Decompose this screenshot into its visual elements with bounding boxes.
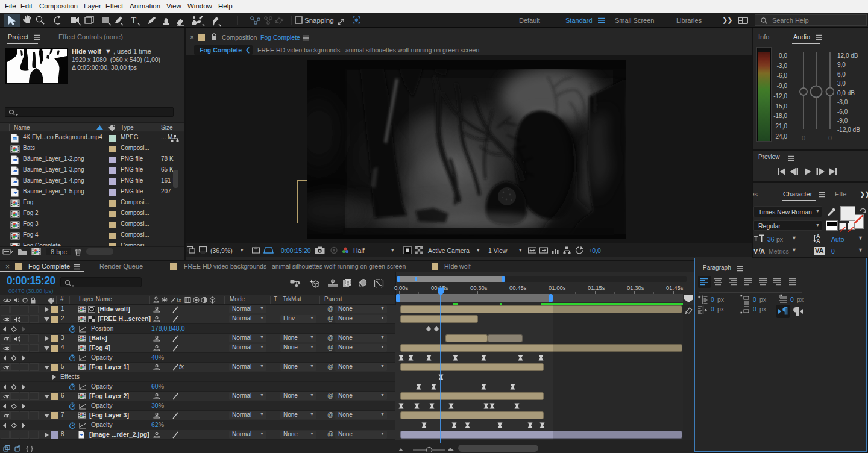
svg-text:fx: fx [177,297,182,304]
svg-text:A: A [816,238,820,243]
svg-text:Snapping: Snapping [304,17,334,24]
svg-text:V: V [753,248,758,255]
svg-text:0: 0 [802,134,805,142]
svg-text:A: A [760,248,765,255]
svg-text:T: T [131,16,136,25]
svg-text:0: 0 [828,134,832,142]
